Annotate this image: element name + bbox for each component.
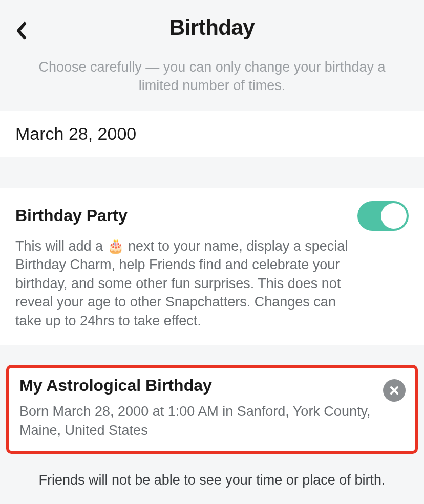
astrological-birthday-card[interactable]: My Astrological Birthday Born March 28, … — [6, 365, 418, 454]
chevron-left-icon — [14, 21, 29, 40]
birthday-party-title: Birthday Party — [15, 206, 128, 225]
astro-wrapper: My Astrological Birthday Born March 28, … — [0, 365, 424, 454]
birthday-value: March 28, 2000 — [15, 124, 409, 144]
birthday-party-description: This will add a 🎂 next to your name, dis… — [15, 237, 353, 330]
astrological-details: Born March 28, 2000 at 1:00 AM in Sanfor… — [19, 402, 405, 440]
close-icon — [389, 385, 399, 396]
party-header: Birthday Party — [15, 201, 409, 231]
toggle-knob — [381, 203, 407, 229]
birthday-party-card: Birthday Party This will add a 🎂 next to… — [0, 188, 424, 345]
astrological-title: My Astrological Birthday — [19, 376, 405, 395]
page-title: Birthday — [15, 15, 409, 40]
warning-text: Choose carefully — you can only change y… — [0, 50, 424, 111]
birthday-row[interactable]: March 28, 2000 — [0, 111, 424, 157]
header: Birthday — [0, 0, 424, 50]
close-button[interactable] — [383, 379, 406, 402]
birthday-party-toggle[interactable] — [357, 201, 409, 231]
spacer — [0, 157, 424, 188]
spacer — [0, 345, 424, 365]
back-button[interactable] — [14, 21, 29, 42]
privacy-note: Friends will not be able to see your tim… — [0, 454, 424, 504]
